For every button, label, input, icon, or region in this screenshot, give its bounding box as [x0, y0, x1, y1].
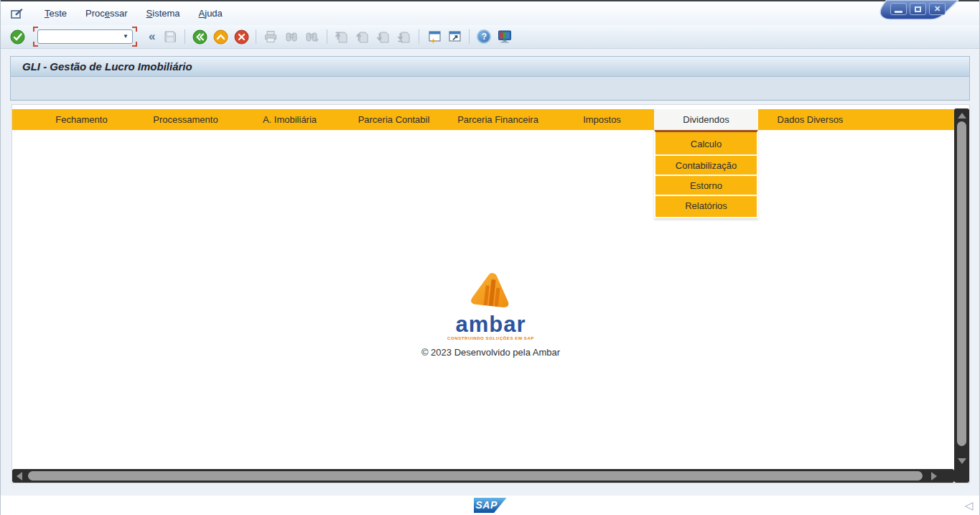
tab-parceria-contabil[interactable]: Parceria Contabil: [342, 109, 446, 130]
previous-page-icon[interactable]: [355, 29, 370, 45]
tab-processamento[interactable]: Processamento: [134, 109, 238, 130]
customize-layout-icon[interactable]: [497, 29, 513, 45]
page-title: GLI - Gestão de Lucro Imobiliário: [22, 60, 192, 73]
brand-name: ambar: [376, 313, 606, 335]
toolbar-separator: [256, 29, 256, 44]
restore-icon: [915, 6, 921, 12]
window-top-border: [1, 0, 979, 1]
save-icon[interactable]: [162, 29, 178, 45]
brand-tagline: CONSTRUINDO SOLUÇÕES EM SAP: [376, 336, 606, 340]
next-page-icon[interactable]: [375, 29, 391, 45]
tab-fechamento[interactable]: Fechamento: [29, 109, 134, 130]
application-toolbar: [10, 77, 970, 101]
find-icon[interactable]: [284, 29, 299, 45]
menu-item-processar[interactable]: Processar: [76, 5, 137, 22]
system-menu-icon[interactable]: [9, 6, 25, 21]
tab-parceria-financeira[interactable]: Parceria Financeira: [446, 109, 550, 130]
main-nav-bar: Fechamento Processamento A. Imobiliária …: [12, 109, 954, 130]
menu-bar: Teste Processar Sistema Ajuda: [1, 1, 979, 25]
continue-check-icon[interactable]: [9, 29, 25, 45]
focus-corner: [132, 42, 137, 47]
standard-toolbar: ▼ «: [1, 25, 979, 49]
tab-a-imobiliaria[interactable]: A. Imobiliária: [238, 109, 342, 130]
scroll-left-icon[interactable]: [17, 472, 22, 481]
menu-item-estorno[interactable]: Estorno: [655, 175, 757, 195]
copyright-text: © 2023 Desenvolvido pela Ambar: [376, 347, 606, 358]
menu-item-calculo[interactable]: Calculo: [655, 134, 757, 154]
new-session-icon[interactable]: [426, 29, 442, 45]
focus-corner: [132, 27, 137, 32]
transaction-title-bar: GLI - Gestão de Lucro Imobiliário: [10, 56, 970, 77]
print-icon[interactable]: [263, 29, 279, 45]
restore-button[interactable]: [910, 3, 926, 15]
back-icon[interactable]: [192, 29, 207, 45]
toolbar-separator: [469, 29, 470, 44]
brand-block: ambar CONSTRUINDO SOLUÇÕES EM SAP © 2023…: [376, 272, 606, 358]
exit-icon[interactable]: [213, 29, 228, 45]
sap-logo: SAP: [474, 498, 507, 513]
collapse-toolbar-icon[interactable]: «: [146, 29, 157, 44]
menu-item-relatorios[interactable]: Relatórios: [655, 195, 757, 215]
command-field-wrap: ▼: [33, 27, 137, 47]
close-icon: ✕: [934, 4, 941, 13]
toolbar-separator: [419, 29, 419, 44]
focus-corner: [33, 42, 38, 47]
menu-item-ajuda[interactable]: Ajuda: [190, 5, 232, 22]
cancel-icon[interactable]: [233, 29, 249, 45]
create-shortcut-icon[interactable]: [447, 29, 462, 45]
tab-dados-diversos[interactable]: Dados Diversos: [758, 109, 862, 130]
close-button[interactable]: ✕: [929, 3, 946, 15]
horizontal-scrollbar-thumb[interactable]: [28, 471, 923, 481]
content-area: Fechamento Processamento A. Imobiliária …: [11, 104, 970, 483]
ambar-logo-icon: [470, 272, 513, 309]
command-field-input[interactable]: [37, 29, 133, 44]
tab-dividendos[interactable]: Dividendos: [654, 109, 758, 130]
page-background: GLI - Gestão de Lucro Imobiliário Fecham…: [1, 49, 979, 496]
menu-item-teste[interactable]: Teste: [35, 5, 76, 22]
tab-impostos[interactable]: Impostos: [550, 109, 654, 130]
status-bar: SAP ◁: [1, 496, 979, 515]
window-controls: ✕: [879, 0, 964, 22]
toolbar-separator: [185, 29, 185, 44]
vertical-scrollbar[interactable]: [954, 108, 969, 483]
first-page-icon[interactable]: [334, 29, 350, 45]
statusbar-expand-icon[interactable]: ◁: [964, 499, 973, 512]
scroll-right-icon[interactable]: [931, 472, 937, 481]
minimize-icon: [895, 11, 902, 13]
minimize-button[interactable]: [890, 3, 907, 15]
menu-item-sistema[interactable]: Sistema: [137, 5, 190, 22]
help-icon[interactable]: ?: [476, 29, 492, 45]
focus-corner: [33, 27, 38, 32]
toolbar-separator: [327, 29, 327, 44]
scroll-down-icon[interactable]: [958, 458, 966, 464]
dividendos-dropdown-menu: Calculo Contabilização Estorno Relatório…: [654, 130, 758, 218]
find-next-icon[interactable]: [304, 29, 320, 45]
sap-gui-window: Teste Processar Sistema Ajuda ✕: [0, 0, 980, 515]
menu-item-contabilizacao[interactable]: Contabilização: [655, 154, 757, 175]
horizontal-scrollbar[interactable]: [12, 469, 954, 483]
vertical-scrollbar-thumb[interactable]: [957, 121, 966, 446]
scroll-up-icon[interactable]: [958, 113, 966, 119]
last-page-icon[interactable]: [396, 29, 412, 45]
